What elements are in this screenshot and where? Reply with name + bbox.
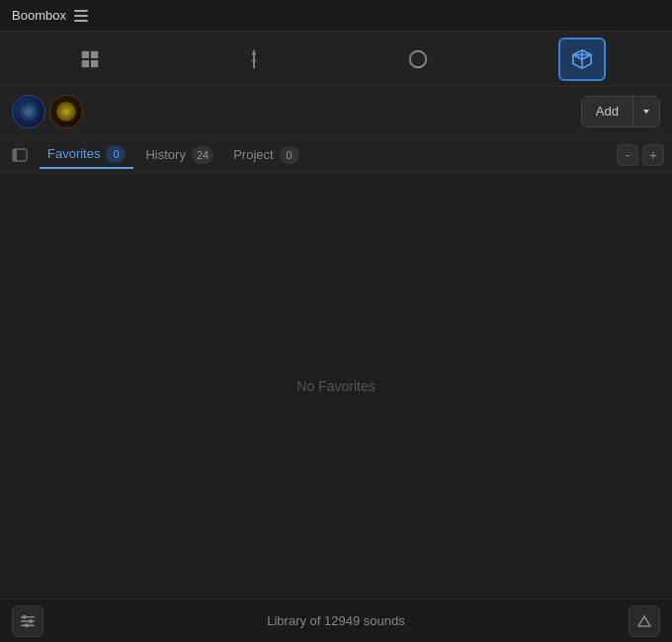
main-content: No Favorites <box>0 174 672 599</box>
sidebar-toggle-button[interactable] <box>8 143 32 167</box>
avatar-2[interactable] <box>49 95 83 128</box>
add-button-group: Add <box>581 96 660 127</box>
plugin-avatars <box>12 95 581 128</box>
minus-button[interactable]: - <box>617 144 638 166</box>
settings-button[interactable] <box>12 605 43 637</box>
tab-favorites-label: Favorites <box>47 146 100 161</box>
box-view-button[interactable] <box>558 38 606 81</box>
sidebar-icon <box>12 147 28 163</box>
app-title: Boombox <box>12 8 66 23</box>
plugin-header: Add <box>0 87 672 136</box>
svg-rect-0 <box>82 50 89 57</box>
svg-rect-11 <box>26 616 35 618</box>
circle-icon <box>407 48 429 70</box>
svg-point-17 <box>29 619 33 623</box>
tune-button[interactable] <box>230 38 278 81</box>
svg-rect-3 <box>91 59 98 66</box>
tab-history-count: 24 <box>192 146 213 164</box>
svg-rect-1 <box>91 50 98 57</box>
svg-rect-2 <box>82 59 89 66</box>
box-icon <box>571 48 593 70</box>
tab-history[interactable]: History 24 <box>137 142 221 168</box>
svg-point-16 <box>23 614 27 618</box>
grid-icon <box>79 48 101 70</box>
tab-project-count: 0 <box>280 146 299 164</box>
tabs-bar: Favorites 0 History 24 Project 0 - + <box>0 136 672 174</box>
tab-favorites-count: 0 <box>106 145 126 163</box>
toolbar <box>0 32 672 87</box>
library-label: Library of 12949 sounds <box>51 613 621 628</box>
avatar-1[interactable] <box>12 95 45 128</box>
titlebar: Boombox <box>0 0 672 32</box>
plus-button[interactable]: + <box>642 144 664 166</box>
menu-icon[interactable] <box>74 10 88 22</box>
tune-icon <box>243 48 265 70</box>
sliders-icon <box>20 613 36 629</box>
tabs-actions: - + <box>617 144 664 166</box>
svg-rect-9 <box>13 149 17 161</box>
svg-point-18 <box>25 623 29 627</box>
triangle-icon <box>637 614 651 628</box>
grid-view-button[interactable] <box>66 38 114 81</box>
svg-point-4 <box>252 51 256 55</box>
tab-project[interactable]: Project 0 <box>225 142 306 168</box>
add-dropdown-button[interactable] <box>632 97 659 126</box>
upload-button[interactable] <box>629 605 660 637</box>
empty-message: No Favorites <box>296 378 375 394</box>
tab-favorites[interactable]: Favorites 0 <box>40 141 133 169</box>
tab-project-label: Project <box>233 147 273 162</box>
svg-point-7 <box>410 50 427 67</box>
bottom-bar: Library of 12949 sounds <box>0 599 672 642</box>
circle-button[interactable] <box>394 38 442 81</box>
tab-history-label: History <box>145 147 185 162</box>
chevron-down-icon <box>641 107 651 117</box>
svg-rect-12 <box>21 620 30 622</box>
svg-rect-15 <box>28 624 35 626</box>
add-button[interactable]: Add <box>582 97 632 126</box>
